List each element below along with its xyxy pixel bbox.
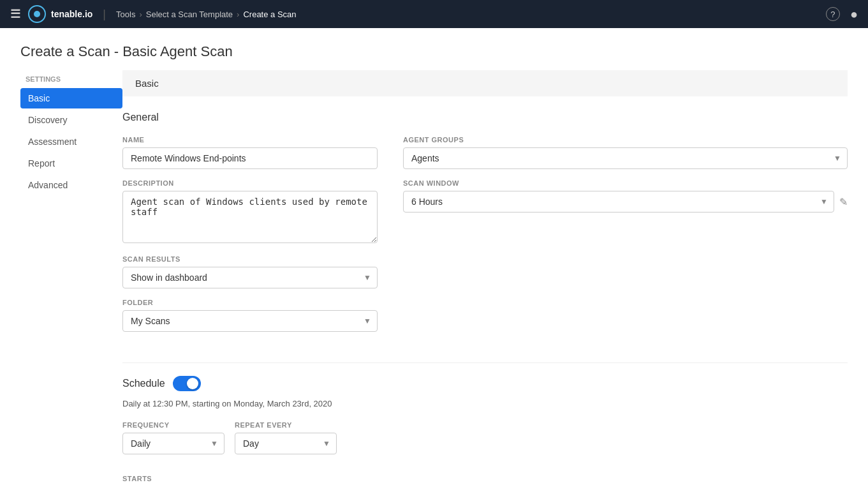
- repeat-every-label: REPEAT EVERY: [235, 421, 337, 429]
- folder-field-group: FOLDER My ScansAll Scans ▼: [122, 299, 378, 332]
- breadcrumb-select-template[interactable]: Select a Scan Template: [146, 10, 233, 19]
- agent-groups-select-wrapper: Agents ▼: [403, 147, 848, 169]
- general-section: General NAME DESCRIPTION: [122, 112, 848, 357]
- nav-divider: |: [103, 8, 106, 21]
- folder-label: FOLDER: [122, 299, 378, 306]
- scan-window-select[interactable]: 6 Hours1 Hour2 Hours4 Hours8 Hours12 Hou…: [403, 191, 834, 213]
- scan-results-field-group: SCAN RESULTS Show in dashboardDo not sho…: [122, 255, 378, 288]
- name-label: NAME: [122, 136, 378, 144]
- agent-groups-field-group: AGENT GROUPS Agents ▼: [403, 136, 848, 169]
- section-header: Basic: [122, 70, 848, 96]
- repeat-every-select-wrapper: DayWeekMonth ▼: [235, 433, 337, 454]
- sidebar-item-discovery[interactable]: Discovery: [20, 110, 122, 130]
- form-col-left: NAME DESCRIPTION SCAN RESULTS Show in da…: [122, 136, 378, 342]
- hamburger-icon[interactable]: ☰: [10, 7, 20, 21]
- schedule-description: Daily at 12:30 PM, starting on Monday, M…: [122, 399, 848, 408]
- sidebar-item-report[interactable]: Report: [20, 153, 122, 174]
- name-field-group: NAME: [122, 136, 378, 169]
- sidebar: Settings Basic Discovery Assessment Repo…: [20, 70, 122, 485]
- description-input[interactable]: [122, 191, 378, 243]
- form-area: Basic General NAME DESCRIPTION: [122, 70, 848, 485]
- breadcrumb-current: Create a Scan: [243, 10, 296, 19]
- general-title: General: [122, 112, 848, 123]
- form-col-right: AGENT GROUPS Agents ▼ SCAN WINDOW 6 Hour…: [403, 136, 848, 342]
- starts-field-group: STARTS 12:3012:0013:00 ▼: [122, 475, 848, 485]
- sidebar-item-basic[interactable]: Basic: [20, 88, 122, 108]
- section-divider: [122, 362, 848, 363]
- starts-label: STARTS: [122, 475, 848, 482]
- breadcrumb-tools[interactable]: Tools: [116, 10, 135, 19]
- scan-window-label: SCAN WINDOW: [403, 179, 848, 187]
- frequency-label: FREQUENCY: [122, 421, 224, 429]
- general-two-col: NAME DESCRIPTION SCAN RESULTS Show in da…: [122, 136, 848, 342]
- page-header: Create a Scan - Basic Agent Scan: [0, 28, 868, 70]
- svg-point-1: [34, 11, 40, 17]
- frequency-field-group: FREQUENCY DailyWeeklyMonthlyOnce ▼: [122, 421, 224, 454]
- frequency-select[interactable]: DailyWeeklyMonthlyOnce: [122, 433, 224, 454]
- frequency-select-wrapper: DailyWeeklyMonthlyOnce ▼: [122, 433, 224, 454]
- scan-results-select-wrapper: Show in dashboardDo not show in dashboar…: [122, 267, 378, 288]
- scan-results-select[interactable]: Show in dashboardDo not show in dashboar…: [122, 267, 378, 288]
- scan-window-select-wrapper: 6 Hours1 Hour2 Hours4 Hours8 Hours12 Hou…: [403, 191, 834, 213]
- sidebar-item-assessment[interactable]: Assessment: [20, 131, 122, 152]
- schedule-section: Schedule Daily at 12:30 PM, starting on …: [122, 376, 848, 485]
- agent-groups-label: AGENT GROUPS: [403, 136, 848, 144]
- app-logo: ☰ tenable.io: [10, 5, 92, 23]
- schedule-header: Schedule: [122, 376, 848, 391]
- folder-select[interactable]: My ScansAll Scans: [122, 310, 378, 332]
- help-icon[interactable]: ?: [826, 7, 840, 21]
- folder-select-wrapper: My ScansAll Scans ▼: [122, 310, 378, 332]
- schedule-toggle[interactable]: [173, 376, 201, 391]
- user-icon[interactable]: ●: [850, 7, 858, 22]
- schedule-fields-row: FREQUENCY DailyWeeklyMonthlyOnce ▼ REPEA…: [122, 421, 848, 465]
- nav-right: ? ●: [826, 7, 858, 22]
- breadcrumb-sep-2: ›: [237, 10, 239, 19]
- description-label: DESCRIPTION: [122, 179, 378, 187]
- scan-window-field-group: SCAN WINDOW 6 Hours1 Hour2 Hours4 Hours8…: [403, 179, 848, 213]
- scan-results-label: SCAN RESULTS: [122, 255, 378, 263]
- agent-groups-select[interactable]: Agents: [403, 147, 848, 169]
- top-navigation: ☰ tenable.io | Tools › Select a Scan Tem…: [0, 0, 868, 28]
- name-input[interactable]: [122, 147, 378, 169]
- scan-window-edit-icon[interactable]: ✎: [839, 196, 848, 208]
- nav-left: ☰ tenable.io | Tools › Select a Scan Tem…: [10, 5, 297, 23]
- page-title: Create a Scan - Basic Agent Scan: [20, 43, 848, 60]
- tenable-logo-icon: [28, 5, 46, 23]
- main-content: Settings Basic Discovery Assessment Repo…: [0, 70, 868, 485]
- sidebar-item-advanced[interactable]: Advanced: [20, 175, 122, 195]
- breadcrumb-sep-1: ›: [139, 10, 142, 19]
- repeat-every-select[interactable]: DayWeekMonth: [235, 433, 337, 454]
- sidebar-section-label: Settings: [20, 75, 122, 83]
- description-field-group: DESCRIPTION: [122, 179, 378, 245]
- repeat-every-field-group: REPEAT EVERY DayWeekMonth ▼: [235, 421, 337, 454]
- logo-text: tenable.io: [51, 9, 92, 19]
- schedule-title: Schedule: [122, 378, 165, 389]
- section-header-title: Basic: [135, 78, 159, 89]
- breadcrumb: Tools › Select a Scan Template › Create …: [116, 10, 297, 19]
- scan-window-row: 6 Hours1 Hour2 Hours4 Hours8 Hours12 Hou…: [403, 191, 848, 213]
